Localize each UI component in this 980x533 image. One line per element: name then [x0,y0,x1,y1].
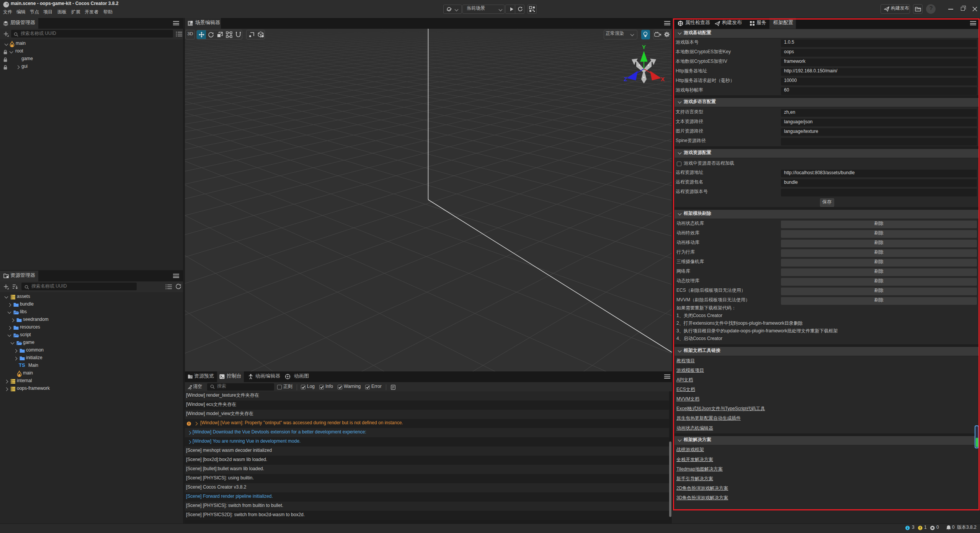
svg-text:X: X [661,76,665,82]
svg-text:Y: Y [642,44,646,50]
svg-text:Z: Z [624,76,627,82]
